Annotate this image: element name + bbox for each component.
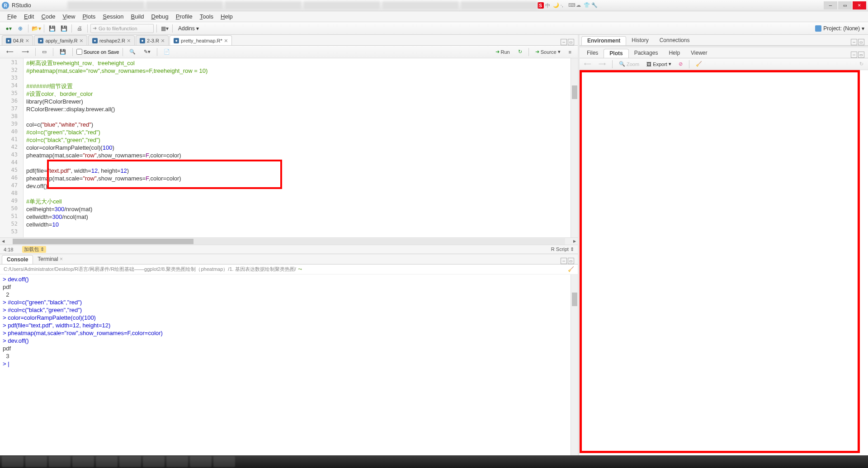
tab-files[interactable]: Files xyxy=(581,49,604,58)
sogou-ime-icon[interactable]: S xyxy=(538,2,544,9)
new-project-button[interactable]: ⊕ xyxy=(15,24,25,33)
print-button[interactable]: 🖨 xyxy=(75,24,85,33)
source-on-save-checkbox[interactable]: Source on Save xyxy=(76,49,119,55)
menu-build[interactable]: Build xyxy=(127,13,148,20)
console-tabs: Console Terminal × ─ ▭ xyxy=(0,254,578,265)
r-file-icon: ● xyxy=(140,38,145,43)
language-indicator[interactable]: R Script ⇕ xyxy=(551,246,574,252)
tab-plots[interactable]: Plots xyxy=(604,49,628,58)
forward-button[interactable]: ⟶ xyxy=(19,48,32,56)
close-tab-icon[interactable]: × xyxy=(161,37,165,44)
goto-file-search[interactable]: ➜Go to file/function xyxy=(90,24,154,33)
tab-viewer[interactable]: Viewer xyxy=(685,49,712,58)
plot-pane-maximize[interactable]: ▭ xyxy=(858,52,864,58)
menu-debug[interactable]: Debug xyxy=(148,13,172,20)
clear-console-icon[interactable]: 🧹 xyxy=(568,266,574,272)
menu-code[interactable]: Code xyxy=(38,13,59,20)
tab-packages[interactable]: Packages xyxy=(629,49,664,58)
ime-mode-icon[interactable]: 中 xyxy=(545,2,552,9)
console-pane-minimize[interactable]: ─ xyxy=(561,258,567,264)
source-pane-minimize[interactable]: ─ xyxy=(561,39,567,45)
moon-icon[interactable]: 🌙 xyxy=(553,2,559,9)
keyboard-icon[interactable]: ⌨ xyxy=(568,2,575,9)
menu-session[interactable]: Session xyxy=(99,13,127,20)
close-tab-icon[interactable]: × xyxy=(25,37,29,44)
r-file-icon: ● xyxy=(6,38,11,43)
file-tab-3[interactable]: ●2-3.R× xyxy=(136,35,169,45)
window-minimize-button[interactable]: ─ xyxy=(824,1,837,9)
close-tab-icon[interactable]: × xyxy=(127,37,131,44)
console-vertical-scrollbar[interactable] xyxy=(571,274,578,455)
save-button[interactable]: 💾 xyxy=(47,24,57,33)
export-icon: 🖼 xyxy=(646,61,651,67)
r-file-icon: ● xyxy=(174,38,179,43)
outline-button[interactable]: ≡ xyxy=(566,48,574,56)
file-tab-2[interactable]: ●reshape2.R× xyxy=(88,35,135,45)
run-button[interactable]: ➜Run xyxy=(493,48,513,56)
window-maximize-button[interactable]: ▭ xyxy=(838,1,852,9)
find-replace-button[interactable]: 🔍 xyxy=(127,48,138,56)
menu-bar: File Edit Code View Plots Session Build … xyxy=(0,11,868,22)
plot-refresh-button: ↻ xyxy=(858,60,865,68)
env-pane-minimize[interactable]: ─ xyxy=(851,39,857,45)
goto-dir-icon[interactable]: ⤳ xyxy=(298,266,302,272)
tab-history[interactable]: History xyxy=(626,36,654,45)
open-file-button[interactable]: 📂▾ xyxy=(31,24,41,33)
close-tab-icon[interactable]: × xyxy=(224,37,228,44)
plot-tabs: Files Plots Packages Help Viewer ─ ▭ xyxy=(580,47,868,58)
menu-edit[interactable]: Edit xyxy=(20,13,38,20)
editor-horizontal-scrollbar[interactable]: ◀▶ xyxy=(0,237,578,245)
tab-help[interactable]: Help xyxy=(663,49,685,58)
plot-export-button[interactable]: 🖼Export ▾ xyxy=(645,60,673,68)
tab-connections[interactable]: Connections xyxy=(654,36,695,45)
project-selector[interactable]: Project: (None) ▾ xyxy=(815,25,864,32)
console-working-dir: C:/Users/Administrator/Desktop/R语言/网易课件/… xyxy=(0,265,578,274)
tray-icons: S 中 🌙 ·, ⌨ ☁ 👕 🔧 xyxy=(538,2,598,9)
rerun-button[interactable]: ↻ xyxy=(515,48,525,56)
grid-view-button[interactable]: ▦▾ xyxy=(160,24,170,33)
file-tab-4[interactable]: ●pretty_heatmap.R*× xyxy=(170,35,232,45)
plot-remove-button: ⊘ xyxy=(677,60,684,68)
punct-icon[interactable]: ·, xyxy=(561,2,567,9)
code-editor[interactable]: 3132333435363738394041424344454647484950… xyxy=(0,58,578,237)
r-file-icon: ● xyxy=(92,38,98,43)
tab-environment[interactable]: Environment xyxy=(581,36,626,45)
broom-icon: 🧹 xyxy=(696,61,702,67)
new-file-button[interactable]: ●▾ xyxy=(4,24,14,33)
source-button[interactable]: ➜Source ▾ xyxy=(533,48,563,56)
close-tab-icon[interactable]: × xyxy=(80,37,83,44)
title-bar: R RStudio S 中 🌙 ·, ⌨ ☁ 👕 🔧 ─ ▭ ✕ xyxy=(0,0,868,11)
menu-help[interactable]: Help xyxy=(217,13,236,20)
menu-plots[interactable]: Plots xyxy=(79,13,99,20)
plot-prev-button: ⟵ xyxy=(582,60,593,68)
show-in-new-window-button[interactable]: ▭ xyxy=(39,48,49,56)
save-all-button[interactable]: 💾 xyxy=(59,24,69,33)
plot-zoom-button: 🔍Zoom xyxy=(617,60,641,68)
console-output[interactable]: > dev.off()pdf 2 > #col=c("green","black… xyxy=(0,274,578,455)
addins-dropdown[interactable]: Addins ▾ xyxy=(175,25,202,32)
menu-view[interactable]: View xyxy=(59,13,79,20)
back-button[interactable]: ⟵ xyxy=(4,48,16,56)
console-pane-maximize[interactable]: ▭ xyxy=(568,258,574,264)
scope-indicator[interactable]: 加载包 ⇕ xyxy=(22,246,46,253)
tab-console[interactable]: Console xyxy=(2,255,33,264)
project-icon xyxy=(815,25,821,32)
file-tab-0[interactable]: ●04.R× xyxy=(2,35,33,45)
shirt-icon[interactable]: 👕 xyxy=(584,2,590,9)
editor-vertical-scrollbar[interactable] xyxy=(571,58,578,237)
tab-terminal[interactable]: Terminal × xyxy=(33,255,67,264)
menu-file[interactable]: File xyxy=(4,13,20,20)
file-tab-1[interactable]: ●apply_family.R× xyxy=(34,35,87,45)
menu-profile[interactable]: Profile xyxy=(172,13,196,20)
window-close-button[interactable]: ✕ xyxy=(853,1,866,9)
compile-report-button[interactable]: 📄 xyxy=(161,48,173,56)
cloud-icon[interactable]: ☁ xyxy=(576,2,582,9)
plot-pane-minimize[interactable]: ─ xyxy=(851,52,857,58)
menu-tools[interactable]: Tools xyxy=(196,13,217,20)
source-pane-maximize[interactable]: ▭ xyxy=(568,39,574,45)
save-file-button[interactable]: 💾 xyxy=(57,48,69,56)
windows-taskbar[interactable] xyxy=(0,455,868,468)
code-tools-button[interactable]: ✎▾ xyxy=(141,48,153,56)
wrench-icon[interactable]: 🔧 xyxy=(591,2,598,9)
env-pane-maximize[interactable]: ▭ xyxy=(858,39,864,45)
